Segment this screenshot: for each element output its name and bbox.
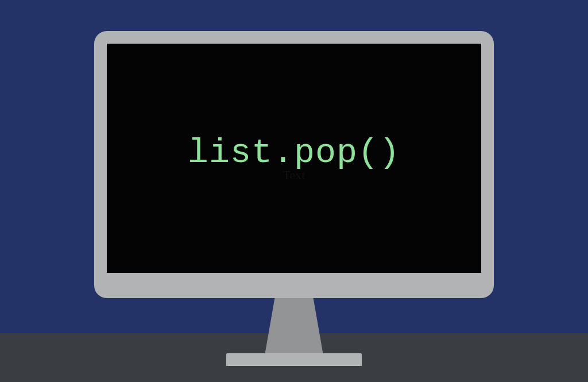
code-text: list.pop(): [188, 133, 400, 172]
computer-monitor: list.pop() Text: [94, 31, 494, 298]
monitor-stand-base: [226, 353, 362, 366]
monitor-screen: list.pop() Text: [107, 44, 481, 273]
monitor-chin: [107, 273, 481, 298]
monitor-stand-neck: [264, 298, 324, 360]
monitor-body: list.pop() Text: [94, 31, 494, 298]
placeholder-text: Text: [283, 168, 305, 183]
